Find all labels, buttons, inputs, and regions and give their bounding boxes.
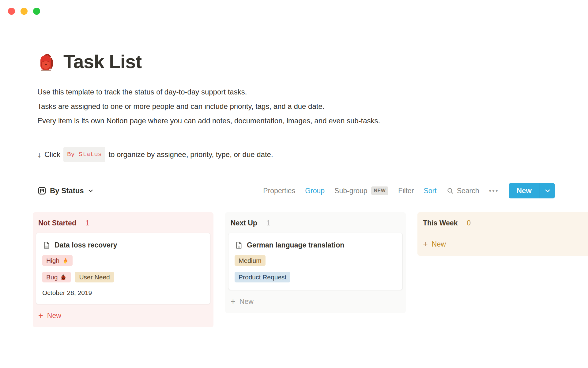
new-button: New xyxy=(509,183,555,198)
board-column-not-started: Not Started1Data loss recoveryHighBugUse… xyxy=(33,212,213,327)
close-window-button[interactable] xyxy=(8,8,15,15)
board-view-icon xyxy=(37,186,47,195)
menu-item-label: Sub-group xyxy=(334,187,367,195)
add-card-button-next-up[interactable]: +New xyxy=(231,297,403,306)
tag-label: Medium xyxy=(239,257,262,264)
page-description: Use this template to track the status of… xyxy=(37,85,555,128)
high-emoji-icon xyxy=(62,257,69,264)
toolbar-menu-group[interactable]: Group xyxy=(305,187,325,195)
toolbar-actions: PropertiesGroupSub-groupNEWFilterSort Se… xyxy=(263,183,555,198)
page-title-row: Task List xyxy=(37,51,555,72)
tag-row: High xyxy=(42,255,204,266)
card-title: Data loss recovery xyxy=(55,241,117,249)
toolbar-menu-filter[interactable]: Filter xyxy=(398,187,414,195)
kanban-board: Not Started1Data loss recoveryHighBugUse… xyxy=(33,212,555,327)
plus-icon: + xyxy=(423,240,428,248)
notion-window: Task List Use this template to track the… xyxy=(0,0,588,368)
tag-row: BugUser Need xyxy=(42,272,204,282)
add-card-button-this-week[interactable]: +New xyxy=(423,240,588,248)
bug-emoji-icon xyxy=(60,274,67,281)
tag-label: User Need xyxy=(79,274,110,281)
more-options-icon[interactable]: ••• xyxy=(489,187,499,194)
plus-icon: + xyxy=(38,312,43,320)
tag-bug: Bug xyxy=(42,272,71,282)
plus-icon: + xyxy=(231,297,236,306)
add-card-label: New xyxy=(239,297,254,306)
new-button-main[interactable]: New xyxy=(509,183,540,198)
page-document-icon xyxy=(42,241,51,249)
down-arrow-icon: ↓ xyxy=(37,148,41,161)
toolbar-menu-sub-group[interactable]: Sub-groupNEW xyxy=(334,186,388,195)
tag-label: Product Request xyxy=(239,274,286,281)
search-button[interactable]: Search xyxy=(447,187,479,195)
callout-text-before: Click xyxy=(44,148,60,161)
toolbar-menu-properties[interactable]: Properties xyxy=(263,187,295,195)
view-name: By Status xyxy=(50,186,84,195)
column-header[interactable]: Next Up1 xyxy=(228,215,403,233)
tag-user-need: User Need xyxy=(75,272,114,282)
page-document-icon xyxy=(235,241,243,249)
column-name: Next Up xyxy=(231,219,257,227)
column-count: 1 xyxy=(85,219,89,227)
column-name: This Week xyxy=(423,219,458,227)
minimize-window-button[interactable] xyxy=(21,8,28,15)
add-card-button-not-started[interactable]: +New xyxy=(38,312,210,320)
card-title-row: Data loss recovery xyxy=(42,241,204,249)
toolbar-menu: PropertiesGroupSub-groupNEWFilterSort xyxy=(263,186,436,195)
description-line: Every item is its own Notion page where … xyxy=(37,113,555,128)
tag-medium: Medium xyxy=(235,255,266,266)
new-button-dropdown[interactable] xyxy=(540,183,555,198)
menu-item-label: Filter xyxy=(398,187,414,195)
callout-text-after: to organize by assignee, priority, type,… xyxy=(108,148,273,161)
add-card-label: New xyxy=(47,312,61,320)
task-card-german-language-translation[interactable]: German language translationMediumProduct… xyxy=(228,233,403,290)
description-line: Tasks are assigned to one or more people… xyxy=(37,99,555,113)
view-toolbar: By Status PropertiesGroupSub-groupNEWFil… xyxy=(37,183,555,198)
window-controls xyxy=(8,8,40,15)
card-due-date: October 28, 2019 xyxy=(42,289,204,297)
menu-item-label: Properties xyxy=(263,187,295,195)
tag-label: High xyxy=(46,257,59,264)
search-label: Search xyxy=(457,187,479,195)
tag-row: Medium xyxy=(235,255,396,266)
board-column-next-up: Next Up1German language translationMediu… xyxy=(225,212,406,313)
backpack-emoji-icon[interactable] xyxy=(37,52,57,71)
toolbar-menu-sort[interactable]: Sort xyxy=(424,187,436,195)
by-status-code-pill: By Status xyxy=(63,147,105,162)
column-name: Not Started xyxy=(38,219,76,227)
menu-item-label: Group xyxy=(305,187,325,195)
tag-row: Product Request xyxy=(235,272,396,282)
menu-item-label: Sort xyxy=(424,187,436,195)
board-column-this-week: This Week0+New xyxy=(417,212,588,256)
card-title: German language translation xyxy=(247,241,344,249)
page-content: Task List Use this template to track the… xyxy=(0,0,588,327)
page-title: Task List xyxy=(63,51,141,72)
column-count: 1 xyxy=(266,219,270,227)
zoom-window-button[interactable] xyxy=(33,8,40,15)
card-title-row: German language translation xyxy=(235,241,396,249)
column-header[interactable]: Not Started1 xyxy=(36,215,210,233)
new-feature-badge: NEW xyxy=(371,186,389,195)
search-icon xyxy=(447,187,454,195)
callout-line: ↓ Click By Status to organize by assigne… xyxy=(37,147,555,162)
task-card-data-loss-recovery[interactable]: Data loss recoveryHighBugUser NeedOctobe… xyxy=(36,233,210,304)
add-card-label: New xyxy=(432,240,446,248)
toolbar-divider xyxy=(33,201,560,201)
description-line: Use this template to track the status of… xyxy=(37,85,555,99)
chevron-down-icon xyxy=(87,187,94,194)
view-switcher[interactable]: By Status xyxy=(37,186,94,195)
tag-high: High xyxy=(42,255,73,266)
column-header[interactable]: This Week0 xyxy=(420,215,588,233)
column-count: 0 xyxy=(467,219,471,227)
tag-product-request: Product Request xyxy=(235,272,290,282)
tag-label: Bug xyxy=(46,274,58,281)
